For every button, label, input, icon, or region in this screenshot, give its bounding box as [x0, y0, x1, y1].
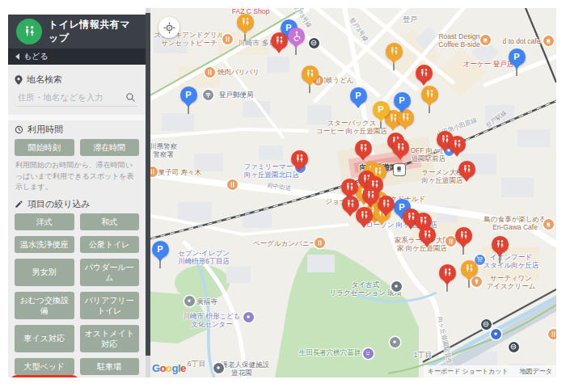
map-pin-icon: [15, 75, 23, 85]
filter-button[interactable]: 和式: [80, 213, 140, 230]
search-icon[interactable]: [125, 91, 136, 106]
marker-toilet-orange[interactable]: [386, 43, 403, 60]
google-logo[interactable]: Google: [152, 362, 186, 374]
filter-button[interactable]: 男女別: [15, 259, 74, 286]
spa-icon[interactable]: [391, 281, 402, 292]
marker-toilet-orange[interactable]: [461, 260, 478, 277]
usage-buttons: 開始時刻滞在時間: [15, 139, 139, 156]
keyboard-shortcuts-link[interactable]: キーボード ショートカット: [428, 367, 509, 376]
marker-parking-blue[interactable]: P: [350, 87, 367, 104]
map-label: Roast DesignCoffee B-side: [438, 32, 479, 48]
back-button[interactable]: もどる: [8, 48, 146, 65]
marker-parking-blue[interactable]: P: [180, 86, 197, 103]
filter-button[interactable]: バリアフリートイレ: [80, 292, 140, 319]
map-label: イオンフードスタイル向ケ丘店: [484, 253, 539, 269]
marker-toilet-red[interactable]: [291, 150, 308, 167]
restaurant-icon[interactable]: [222, 34, 233, 44]
app-logo-toilet-icon: [16, 19, 42, 44]
care-icon[interactable]: [213, 363, 224, 373]
back-icon: [15, 53, 19, 60]
filter-button[interactable]: 温水洗浄便座: [15, 236, 74, 253]
marker-toilet-red[interactable]: [455, 227, 472, 244]
bus-icon[interactable]: [309, 38, 319, 48]
usage-button[interactable]: 滞在時間: [80, 139, 140, 156]
marker-parking-blue[interactable]: P: [509, 48, 526, 65]
marker-toilet-red[interactable]: [419, 226, 436, 243]
marker-toilet-red[interactable]: [378, 196, 395, 213]
marker-toilet-red[interactable]: [492, 236, 509, 253]
map-attribution: キーボード ショートカット 地図データ: [424, 365, 556, 377]
restaurant-icon[interactable]: [205, 67, 215, 78]
map-label: 御菓子司 寿々木: [151, 168, 201, 176]
restaurant-icon[interactable]: [315, 238, 325, 248]
map-label: 生田長者穴横穴墓群: [299, 348, 361, 356]
marker-parking-blue[interactable]: P: [152, 241, 169, 258]
marker-toilet-red[interactable]: [362, 187, 379, 204]
filter-button[interactable]: オストメイト対応: [80, 325, 140, 352]
marker-parking-blue[interactable]: P: [394, 92, 411, 109]
temple-icon[interactable]: [184, 296, 195, 306]
filter-grid: 洋式和式温水洗浄便座公衆トイレ男女別パウダールームおむつ交換設備バリアフリートイ…: [15, 213, 139, 378]
map-label: タイ古式リラクゼーション 琥珀: [330, 280, 402, 297]
filter-button[interactable]: 車イス対応: [15, 325, 74, 352]
civic-icon[interactable]: [243, 312, 254, 322]
usage-button[interactable]: 開始時刻: [15, 139, 74, 156]
marker-toilet-red[interactable]: [271, 32, 288, 49]
filter-button[interactable]: 公衆トイレ: [80, 236, 140, 253]
my-location-button[interactable]: [158, 17, 180, 38]
museum-icon[interactable]: [390, 337, 400, 348]
marker-toilet-orange[interactable]: [237, 14, 254, 31]
marker-wheelchair[interactable]: [288, 27, 305, 44]
marker-toilet-red[interactable]: [449, 136, 466, 153]
filter-button[interactable]: おむつ交換設備: [15, 292, 74, 319]
map-label: オーケー 登戸店: [463, 60, 513, 68]
sidebar: トイレ情報共有マップ もどる 地名検索 利用時間 開始時刻滞在時間 利用開始のお…: [8, 15, 146, 377]
park-icon[interactable]: [363, 348, 374, 359]
marker-toilet-orange[interactable]: [421, 86, 438, 103]
sidebar-scrollbar-thumb[interactable]: [146, 13, 150, 356]
bus-icon[interactable]: [509, 342, 519, 352]
transit-icon[interactable]: [491, 329, 501, 339]
filter-button[interactable]: 駐車場: [80, 358, 140, 375]
map-label: 島の食事が楽しめるEn-Gawa Cafe: [484, 215, 547, 231]
marker-toilet-red[interactable]: [342, 196, 359, 213]
marker-parking-amber[interactable]: P: [373, 101, 390, 118]
marker-toilet-red[interactable]: [416, 65, 433, 82]
map-label: ベーグルカンパニー: [253, 239, 316, 247]
search-input[interactable]: [16, 89, 137, 106]
cafe-icon[interactable]: [480, 35, 491, 45]
map-label: d to dot cafe: [503, 37, 541, 45]
map-label: 川県警察警察署: [150, 142, 177, 158]
section-divider: [8, 115, 146, 120]
cafe-icon[interactable]: [543, 36, 554, 46]
filter-section-label: 項目の絞り込み: [15, 198, 139, 210]
map-label: セブン-イレブン川崎枡形6丁目店: [178, 249, 230, 265]
app-title: トイレ情報共有マップ: [49, 18, 137, 45]
map-label: ファミリーマート向ヶ丘遊園北口店: [243, 162, 299, 179]
marker-toilet-red[interactable]: [341, 179, 358, 196]
filter-button[interactable]: 大型ベッド: [15, 358, 74, 375]
usage-section-label: 利用時間: [15, 124, 139, 136]
bar-icon[interactable]: [227, 179, 238, 190]
map-data-text: 地図データ: [520, 367, 552, 376]
filter-button[interactable]: 洋式: [15, 213, 74, 230]
bus-icon[interactable]: [481, 319, 492, 330]
station-icon[interactable]: [394, 164, 405, 175]
filter-button[interactable]: パウダールーム: [80, 259, 140, 286]
map-label: 讃岐うどん: [319, 76, 353, 84]
sidebar-scrollbar[interactable]: [146, 8, 150, 377]
map-label: FAZ C Shop: [232, 8, 269, 15]
marker-toilet-red[interactable]: [458, 161, 475, 178]
map-label: 廣福寺: [196, 297, 218, 306]
marker-toilet-red[interactable]: [392, 139, 409, 156]
map-canvas[interactable]: Google キーボード ショートカット 地図データ ステーキアンドグリルサンセ…: [146, 8, 556, 377]
cafe-icon[interactable]: [543, 219, 554, 230]
post-icon[interactable]: [203, 90, 213, 100]
marker-toilet-red[interactable]: [355, 140, 372, 157]
marker-toilet-red[interactable]: [356, 207, 373, 224]
restaurant-icon[interactable]: [446, 236, 456, 247]
marker-toilet-red[interactable]: [439, 264, 456, 281]
restaurant-icon[interactable]: [548, 329, 557, 339]
marker-toilet-orange[interactable]: [302, 65, 319, 82]
crosshair-icon: [163, 22, 175, 34]
